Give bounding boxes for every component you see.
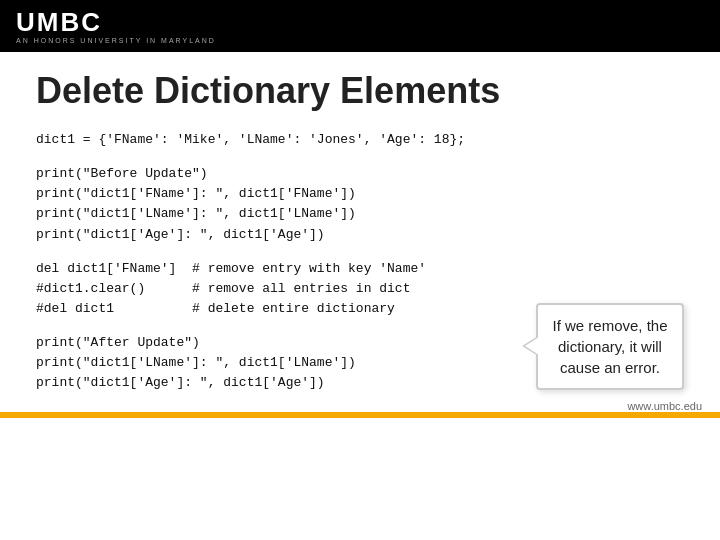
logo-text: UMBC: [16, 9, 216, 35]
main-content: Delete Dictionary Elements dict1 = {'FNa…: [0, 52, 720, 418]
header-bar: UMBC AN HONORS UNIVERSITY IN MARYLAND: [0, 0, 720, 52]
code-line-before-4: print("dict1['Age']: ", dict1['Age']): [36, 225, 684, 245]
code-section-before: print("Before Update") print("dict1['FNa…: [36, 164, 684, 245]
code-line-dict-init: dict1 = {'FName': 'Mike', 'LName': 'Jone…: [36, 130, 684, 150]
code-line-before-2: print("dict1['FName']: ", dict1['FName']…: [36, 184, 684, 204]
code-line-del-1: del dict1['FName'] # remove entry with k…: [36, 259, 684, 279]
tooltip-box: If we remove, the dictionary, it will ca…: [536, 303, 684, 390]
logo-sub: AN HONORS UNIVERSITY IN MARYLAND: [16, 37, 216, 44]
page-title: Delete Dictionary Elements: [36, 70, 684, 112]
tooltip-text: If we remove, the dictionary, it will ca…: [552, 317, 667, 376]
umbc-logo: UMBC AN HONORS UNIVERSITY IN MARYLAND: [16, 9, 216, 44]
code-line-before-1: print("Before Update"): [36, 164, 684, 184]
code-line-before-3: print("dict1['LName']: ", dict1['LName']…: [36, 204, 684, 224]
code-section-init: dict1 = {'FName': 'Mike', 'LName': 'Jone…: [36, 130, 684, 150]
code-line-del-2: #dict1.clear() # remove all entries in d…: [36, 279, 684, 299]
gold-bar: [0, 412, 720, 418]
footer-url: www.umbc.edu: [627, 400, 702, 412]
